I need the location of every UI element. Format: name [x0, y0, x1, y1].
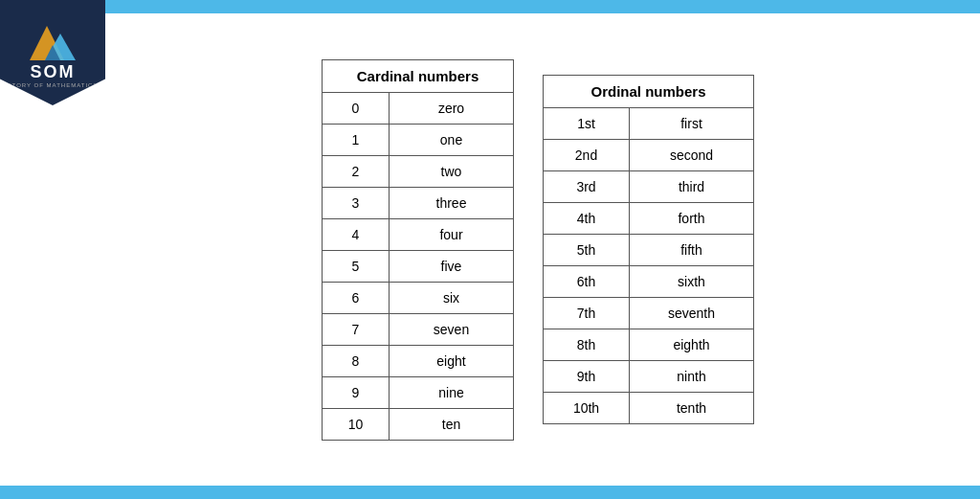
- table-row: 4four: [323, 218, 514, 250]
- table-row: 9thninth: [544, 361, 754, 393]
- cardinal-table: Cardinal numbers 0zero1one2two3three4fou…: [322, 59, 514, 441]
- logo-sub-text: STORY OF MATHEMATICS: [8, 82, 99, 88]
- ordinal-abbr: 10th: [544, 393, 630, 424]
- table-row: 7thseventh: [544, 298, 754, 329]
- table-row: 10thtenth: [544, 393, 754, 424]
- cardinal-header: Cardinal numbers: [323, 59, 514, 92]
- table-row: 3rdthird: [544, 171, 754, 203]
- cardinal-number: 0: [323, 92, 390, 124]
- ordinal-header: Ordinal numbers: [544, 76, 754, 108]
- table-row: 10ten: [323, 408, 514, 440]
- cardinal-word: eight: [390, 345, 514, 376]
- ordinal-word: first: [630, 108, 754, 140]
- table-row: 7seven: [323, 313, 514, 345]
- cardinal-word: zero: [390, 92, 514, 124]
- ordinal-word: second: [630, 140, 754, 171]
- ordinal-abbr: 9th: [544, 361, 630, 393]
- table-row: 2two: [323, 155, 514, 187]
- ordinal-word: fifth: [630, 235, 754, 266]
- cardinal-number: 1: [323, 124, 390, 155]
- ordinal-abbr: 2nd: [544, 140, 630, 171]
- cardinal-word: six: [390, 282, 514, 313]
- cardinal-word: seven: [390, 313, 514, 345]
- ordinal-word: ninth: [630, 361, 754, 393]
- ordinal-word: sixth: [630, 266, 754, 298]
- table-row: 0zero: [323, 92, 514, 124]
- logo-area: SOM STORY OF MATHEMATICS: [0, 0, 105, 105]
- table-row: 6six: [323, 282, 514, 313]
- table-row: 5thfifth: [544, 235, 754, 266]
- table-row: 9nine: [323, 376, 514, 408]
- cardinal-number: 9: [323, 376, 390, 408]
- table-row: 1stfirst: [544, 108, 754, 140]
- ordinal-abbr: 4th: [544, 203, 630, 235]
- cardinal-number: 2: [323, 155, 390, 187]
- cardinal-number: 7: [323, 313, 390, 345]
- top-stripe: [0, 0, 980, 13]
- cardinal-number: 4: [323, 218, 390, 250]
- table-row: 5five: [323, 250, 514, 282]
- ordinal-table: Ordinal numbers 1stfirst2ndsecond3rdthir…: [543, 75, 754, 424]
- cardinal-number: 10: [323, 408, 390, 440]
- cardinal-number: 3: [323, 187, 390, 218]
- ordinal-abbr: 7th: [544, 298, 630, 329]
- cardinal-word: five: [390, 250, 514, 282]
- main-content: Cardinal numbers 0zero1one2two3three4fou…: [115, 13, 961, 486]
- logo-icon: [30, 26, 76, 60]
- ordinal-word: eighth: [630, 329, 754, 361]
- table-row: 8eight: [323, 345, 514, 376]
- ordinal-abbr: 8th: [544, 329, 630, 361]
- bottom-stripe: [0, 486, 980, 499]
- ordinal-abbr: 5th: [544, 235, 630, 266]
- table-row: 8theighth: [544, 329, 754, 361]
- ordinal-word: tenth: [630, 393, 754, 424]
- ordinal-word: seventh: [630, 298, 754, 329]
- ordinal-abbr: 1st: [544, 108, 630, 140]
- cardinal-word: four: [390, 218, 514, 250]
- table-row: 4thforth: [544, 203, 754, 235]
- table-row: 6thsixth: [544, 266, 754, 298]
- ordinal-word: forth: [630, 203, 754, 235]
- logo-main-text: SOM: [30, 62, 75, 82]
- cardinal-word: three: [390, 187, 514, 218]
- cardinal-number: 8: [323, 345, 390, 376]
- cardinal-word: nine: [390, 376, 514, 408]
- table-row: 3three: [323, 187, 514, 218]
- cardinal-word: ten: [390, 408, 514, 440]
- table-row: 2ndsecond: [544, 140, 754, 171]
- cardinal-word: two: [390, 155, 514, 187]
- table-row: 1one: [323, 124, 514, 155]
- cardinal-number: 5: [323, 250, 390, 282]
- ordinal-word: third: [630, 171, 754, 203]
- cardinal-number: 6: [323, 282, 390, 313]
- ordinal-abbr: 6th: [544, 266, 630, 298]
- ordinal-abbr: 3rd: [544, 171, 630, 203]
- cardinal-word: one: [390, 124, 514, 155]
